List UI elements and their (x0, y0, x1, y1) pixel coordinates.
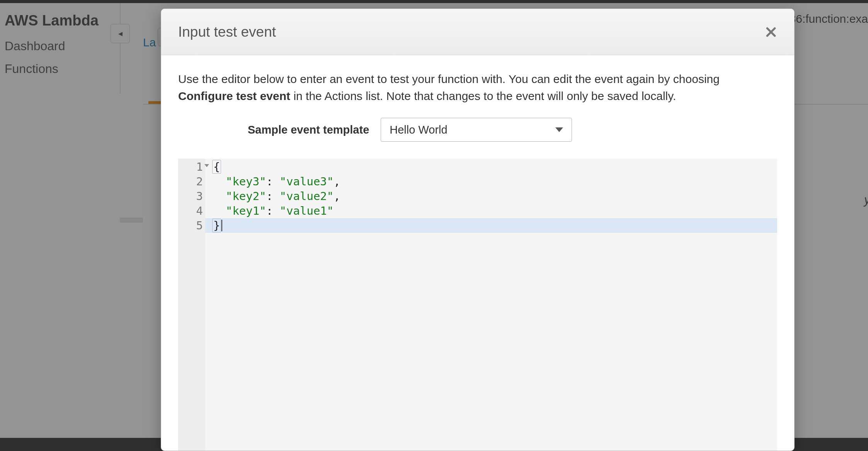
sample-template-row: Sample event template Hello World (248, 118, 777, 142)
sample-template-selected: Hello World (390, 124, 447, 136)
dialog-header: Input test event (161, 9, 794, 55)
line-number: 3 (196, 190, 203, 203)
editor-code-area[interactable]: { "key3": "value3", "key2": "value2", "k… (205, 159, 777, 451)
dialog-description-post: in the Actions list. Note that changes t… (290, 90, 676, 102)
dialog-body: Use the editor below to enter an event t… (161, 55, 794, 451)
code-line[interactable]: { (205, 159, 777, 174)
dialog-title: Input test event (178, 24, 276, 40)
close-icon (766, 27, 776, 37)
sample-template-label: Sample event template (248, 124, 369, 136)
code-line[interactable]: "key1": "value1" (205, 203, 777, 218)
line-number: 4 (196, 204, 203, 217)
line-number: 5 (196, 219, 203, 232)
chevron-down-icon (555, 127, 563, 132)
code-line[interactable]: "key3": "value3", (205, 174, 777, 189)
line-number: 1 (196, 160, 203, 173)
json-editor[interactable]: 1 2 3 4 5 { "key3": "value3", "key2": "v… (178, 159, 777, 451)
editor-gutter: 1 2 3 4 5 (178, 159, 205, 451)
dialog-description: Use the editor below to enter an event t… (178, 71, 777, 105)
input-test-event-dialog: Input test event Use the editor below to… (161, 8, 795, 451)
line-number: 2 (196, 175, 203, 188)
dialog-description-pre: Use the editor below to enter an event t… (178, 73, 720, 85)
code-line[interactable]: } (205, 218, 777, 233)
code-line[interactable]: "key2": "value2", (205, 189, 777, 203)
close-button[interactable] (763, 24, 779, 40)
sample-template-select[interactable]: Hello World (381, 118, 572, 142)
dialog-description-bold: Configure test event (178, 90, 290, 102)
